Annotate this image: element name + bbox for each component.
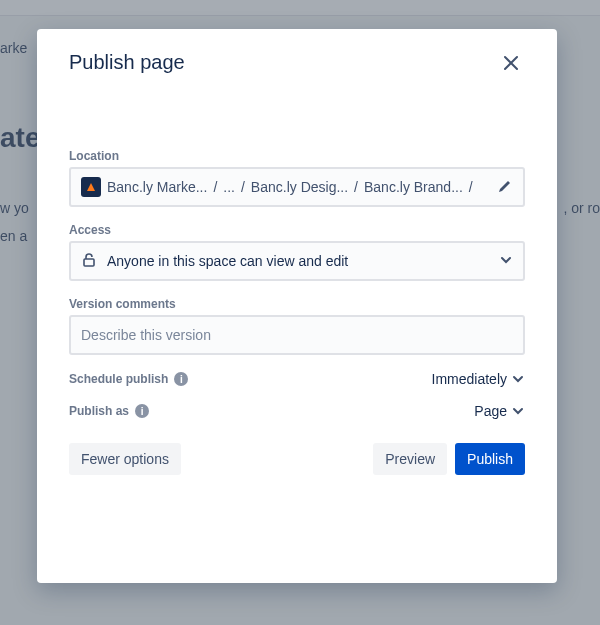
access-select[interactable]: Anyone in this space can view and edit [69,241,525,281]
info-icon[interactable]: i [135,404,149,418]
breadcrumb-item: Banc.ly Brand... [364,179,463,195]
svg-line-4 [242,87,287,89]
close-icon [502,54,520,72]
modal-footer: Fewer options Preview Publish [69,435,525,475]
chevron-down-icon [511,404,525,418]
version-label: Version comments [69,297,525,311]
preview-button[interactable]: Preview [373,443,447,475]
modal-title: Publish page [69,51,185,74]
access-label: Access [69,223,525,237]
publish-modal: Publish page Location Banc.ly Marke... /… [37,29,557,583]
location-control[interactable]: Banc.ly Marke... / ... / Banc.ly Desig..… [69,167,525,207]
access-field: Access Anyone in this space can view and… [69,223,525,281]
modal-body: Location Banc.ly Marke... / ... / Banc.l… [37,133,557,583]
unlock-icon [81,252,97,271]
schedule-label: Schedule publish [69,372,168,386]
chevron-down-icon [511,372,525,386]
breadcrumb-item: Banc.ly Desig... [251,179,348,195]
publish-as-row: Publish as i Page [69,403,525,419]
breadcrumb: Banc.ly Marke... / ... / Banc.ly Desig..… [81,177,489,197]
svg-rect-0 [192,91,218,121]
access-value: Anyone in this space can view and edit [107,253,348,269]
breadcrumb-sep: / [354,179,358,195]
svg-line-5 [242,97,287,99]
version-input[interactable] [69,315,525,355]
publish-as-value: Page [474,403,507,419]
close-button[interactable] [497,49,525,77]
location-label: Location [69,149,525,163]
svg-rect-1 [185,97,195,113]
modal-header: Publish page [37,29,557,77]
fewer-options-button[interactable]: Fewer options [69,443,181,475]
svg-line-3 [242,77,287,79]
schedule-select[interactable]: Immediately [432,371,525,387]
schedule-value: Immediately [432,371,507,387]
breadcrumb-sep: / [241,179,245,195]
breadcrumb-sep: / [213,179,217,195]
svg-rect-15 [84,259,94,266]
chevron-down-icon [499,253,513,270]
schedule-row: Schedule publish i Immediately [69,371,525,387]
pencil-icon[interactable] [497,178,513,197]
version-field: Version comments [69,297,525,355]
svg-rect-14 [372,107,396,125]
breadcrumb-item: Banc.ly Marke... [107,179,207,195]
breadcrumb-item: ... [223,179,235,195]
publish-button[interactable]: Publish [455,443,525,475]
publish-as-label: Publish as [69,404,129,418]
publish-as-select[interactable]: Page [474,403,525,419]
breadcrumb-sep: / [469,179,473,195]
info-icon[interactable]: i [174,372,188,386]
space-icon [81,177,101,197]
location-field: Location Banc.ly Marke... / ... / Banc.l… [69,149,525,207]
